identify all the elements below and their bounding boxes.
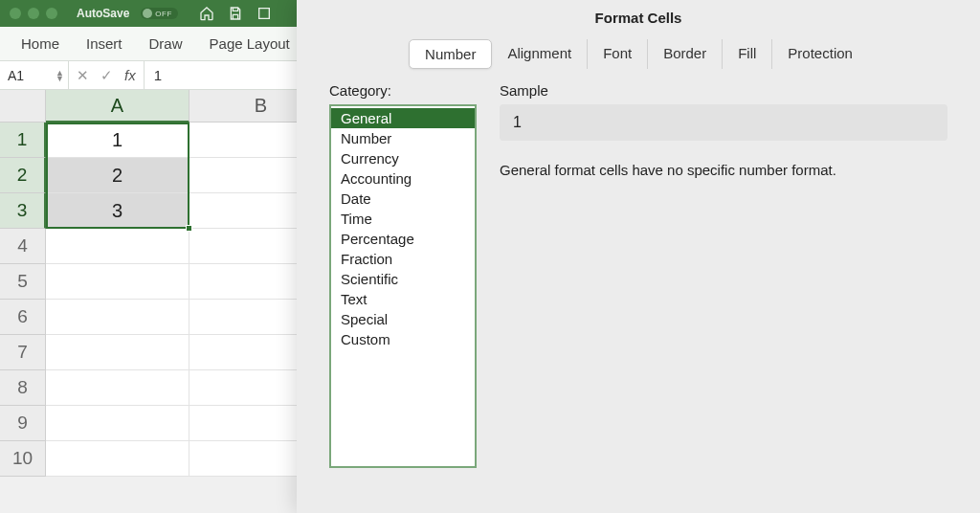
cell-a1[interactable]: 1 xyxy=(46,123,189,158)
category-item-number[interactable]: Number xyxy=(331,128,475,148)
cell-a5[interactable] xyxy=(46,264,189,300)
dialog-tab-fill[interactable]: Fill xyxy=(723,39,772,69)
fill-handle[interactable] xyxy=(186,225,192,232)
cell-a2[interactable]: 2 xyxy=(46,158,189,193)
name-box-ref: A1 xyxy=(8,68,24,83)
category-item-special[interactable]: Special xyxy=(331,309,475,329)
category-item-fraction[interactable]: Fraction xyxy=(331,249,475,269)
format-description: General format cells have no specific nu… xyxy=(500,162,947,178)
name-box[interactable]: A1 ▲▼ xyxy=(0,61,69,89)
row-header-10[interactable]: 10 xyxy=(0,441,46,477)
row-header-4[interactable]: 4 xyxy=(0,229,46,264)
name-box-stepper[interactable]: ▲▼ xyxy=(56,70,64,81)
close-window-icon[interactable] xyxy=(10,8,21,19)
row-header-9[interactable]: 9 xyxy=(0,406,46,441)
cell-a9[interactable] xyxy=(46,406,189,441)
ribbon-tab-insert[interactable]: Insert xyxy=(73,28,136,59)
formula-controls: ✕ ✓ fx xyxy=(69,61,145,89)
accept-formula-icon[interactable]: ✓ xyxy=(100,67,113,84)
category-item-date[interactable]: Date xyxy=(331,189,475,209)
ribbon-tab-draw[interactable]: Draw xyxy=(136,28,196,59)
cell-a6[interactable] xyxy=(46,300,189,335)
row-header-6[interactable]: 6 xyxy=(0,300,46,335)
autosave-toggle[interactable]: OFF xyxy=(141,8,178,19)
col-header-a[interactable]: A xyxy=(46,90,189,123)
row-header-1[interactable]: 1 xyxy=(0,123,46,158)
category-item-accounting[interactable]: Accounting xyxy=(331,168,475,189)
dialog-tab-alignment[interactable]: Alignment xyxy=(492,39,588,69)
row-header-2[interactable]: 2 xyxy=(0,158,46,193)
cell-a4[interactable] xyxy=(46,229,189,264)
ribbon-tab-page-layout[interactable]: Page Layout xyxy=(196,28,303,59)
quick-access-toolbar xyxy=(199,6,272,21)
category-item-percentage[interactable]: Percentage xyxy=(331,229,475,249)
cancel-formula-icon[interactable]: ✕ xyxy=(77,67,89,84)
sample-value: 1 xyxy=(500,104,947,141)
category-item-general[interactable]: General xyxy=(331,108,475,128)
category-item-custom[interactable]: Custom xyxy=(331,329,475,349)
fx-icon[interactable]: fx xyxy=(124,67,136,83)
dialog-tab-number[interactable]: Number xyxy=(409,39,492,69)
more-icon[interactable] xyxy=(256,6,272,21)
row-header-5[interactable]: 5 xyxy=(0,264,46,300)
category-list[interactable]: General Number Currency Accounting Date … xyxy=(329,104,477,468)
dialog-tab-border[interactable]: Border xyxy=(648,39,723,69)
sample-label: Sample xyxy=(500,82,947,99)
autosave-state: OFF xyxy=(155,10,172,18)
category-label: Category: xyxy=(329,82,477,99)
dialog-title: Format Cells xyxy=(297,0,980,39)
dialog-tab-protection[interactable]: Protection xyxy=(772,39,868,69)
zoom-window-icon[interactable] xyxy=(46,8,57,19)
cell-a7[interactable] xyxy=(46,335,189,370)
home-icon[interactable] xyxy=(199,6,214,21)
select-all-corner[interactable] xyxy=(0,90,46,123)
cell-a10[interactable] xyxy=(46,441,189,477)
format-cells-dialog: Format Cells Number Alignment Font Borde… xyxy=(297,0,980,513)
save-icon[interactable] xyxy=(228,6,243,21)
row-header-7[interactable]: 7 xyxy=(0,335,46,370)
cell-a8[interactable] xyxy=(46,370,189,406)
category-item-currency[interactable]: Currency xyxy=(331,148,475,168)
ribbon-tab-home[interactable]: Home xyxy=(8,28,73,59)
autosave-label: AutoSave xyxy=(77,7,129,20)
window-controls xyxy=(10,8,57,19)
cell-a3[interactable]: 3 xyxy=(46,193,189,229)
row-header-3[interactable]: 3 xyxy=(0,193,46,229)
row-header-8[interactable]: 8 xyxy=(0,370,46,406)
category-item-text[interactable]: Text xyxy=(331,289,475,309)
minimize-window-icon[interactable] xyxy=(28,8,39,19)
category-item-scientific[interactable]: Scientific xyxy=(331,269,475,289)
toggle-knob xyxy=(143,9,152,18)
dialog-tab-font[interactable]: Font xyxy=(588,39,648,69)
category-item-time[interactable]: Time xyxy=(331,209,475,229)
dialog-tabs: Number Alignment Font Border Fill Protec… xyxy=(297,39,980,69)
